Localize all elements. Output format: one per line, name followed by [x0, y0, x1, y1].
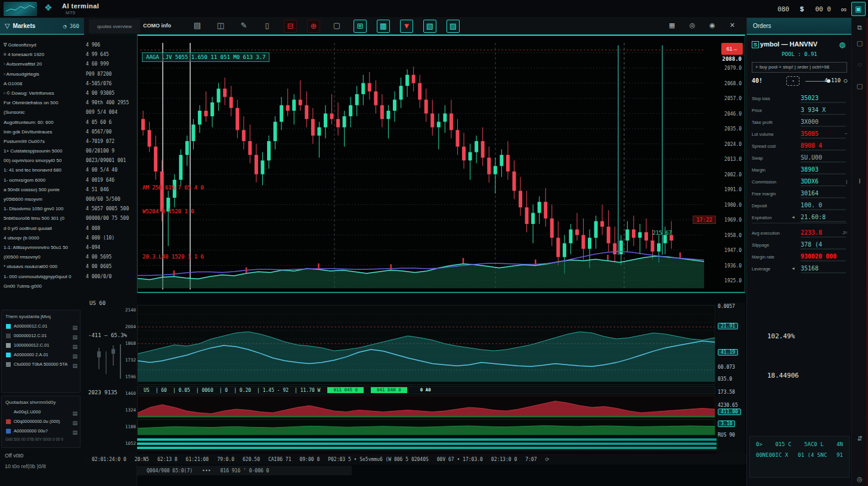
order-field-row[interactable]: Margin38903 [752, 164, 847, 176]
item-chart-icon[interactable]: ▤ [72, 332, 78, 341]
maximize-icon[interactable]: ◉ [709, 21, 715, 29]
watchlist-item[interactable]: 1000000012.C.01▤ [2, 341, 80, 350]
symbol-info-icon[interactable]: ◍ [839, 40, 845, 49]
current-price-chip[interactable]: 61→ [721, 43, 743, 55]
close-order-icon[interactable]: ⊟ [284, 20, 297, 33]
status-bar-secondary[interactable]: Q004/908 65:0(7)•••816 916 ' 0-006 0 [137, 466, 352, 475]
main-chart-area[interactable]: AAGA .JV 5055 1.650 11 051 M0 613 3.7 20… [137, 35, 745, 293]
symbol-row[interactable]: ◦ Autsomvafttst 204 60 999 [0, 60, 137, 69]
symbol-row[interactable]: 4 utsoqv (b 00004 000 (10) [0, 233, 137, 243]
symbol-row[interactable]: 1-1: Atttssyvmnnnvtro 50u1 504-094 [0, 243, 137, 253]
green-histogram-panel[interactable] [137, 419, 715, 435]
symbol-row[interactable]: 1- Dtsodvmo 1050 gnv0 1004 5057 0005 500 [0, 204, 137, 214]
refresh-icon[interactable]: ⟳ [545, 457, 549, 462]
summary-item[interactable]: A00000000 00u?▤ [2, 426, 80, 436]
order-field-row[interactable]: Lot volume35085~ [752, 129, 847, 141]
edge-tool-icon[interactable]: ⧉ [855, 24, 864, 32]
frame-icon[interactable]: ▢ [330, 20, 343, 33]
balance-dollar-icon[interactable]: $ [800, 3, 804, 15]
grid-icon[interactable]: ▦ [669, 21, 675, 29]
order-field-row[interactable]: Price3 934 X [752, 105, 847, 117]
item-chart-icon[interactable]: ▤ [72, 323, 78, 331]
watch-mode-icon[interactable]: ∞ [841, 3, 847, 15]
symbol-row[interactable]: (00500 rmsovny04 00 5695 [0, 253, 137, 262]
symbol-row[interactable]: 00) oqvm/soro smorpyt0 500023/09001 001 [0, 156, 137, 166]
symbol-row[interactable]: d 0 y/0 oodtrust quuiait4 008 [0, 224, 137, 233]
candles-icon[interactable]: ⊞ [354, 20, 367, 33]
symbol-row[interactable]: Posturm99 Ou007s4-7019 072 [0, 137, 137, 147]
symbol-row[interactable]: ≡ 4 tonesacrti 19204 99 645 [0, 50, 137, 60]
symbol-row[interactable]: 1: 41 snd tec bnonavrd 6804 00 5/4 40 [0, 166, 137, 175]
summary-item[interactable]: O0q00000000.0u (000)▤ [2, 417, 80, 426]
statusbar-tab[interactable]: Q004/908 65:0(7) [147, 468, 193, 473]
statusbar-tab[interactable]: 816 916 ' 0-006 0 [221, 468, 269, 473]
sell-marker-icon[interactable]: ▼ [400, 20, 413, 33]
symbol-row[interactable]: Augottrunteum: 60: 6004 05 60 6 [0, 118, 137, 127]
tab-quotes-overview[interactable]: quotes overview [89, 19, 140, 33]
item-chart-icon[interactable]: ▤ [72, 342, 78, 350]
field-collapse-arrow[interactable]: ◄ [791, 266, 795, 270]
pattern-icon[interactable]: ▧ [423, 20, 436, 33]
item-chart-icon[interactable]: ▤ [72, 418, 78, 426]
symbol-row[interactable]: ∇ Goteonftzxyd4 906 [0, 40, 137, 50]
order-field-row[interactable]: Stop loss35023 [752, 93, 847, 105]
edge-tool-icon[interactable]: ▢ [855, 39, 864, 47]
tab-markets[interactable]: ▽ Markets ◔ 360 [0, 18, 84, 35]
volume-stepper-icon[interactable]: ◔ [786, 76, 799, 86]
order-type-input[interactable]: + buy pool + stop! | order | octrl+98 [752, 62, 847, 73]
order-field-row[interactable]: Commission3DDX6| [752, 176, 847, 188]
order-field-row[interactable]: Spread cost8908 4 [752, 141, 847, 152]
close-icon[interactable]: ✕ [730, 21, 735, 29]
symbol-row[interactable]: Inin gdk Din/Ituniiraues4 0567/00 [0, 127, 137, 137]
order-field-row[interactable]: Margin rate930020 000 [752, 251, 847, 263]
red-histogram-panel[interactable] [137, 395, 715, 418]
watchlist-item[interactable]: 000000012.C.01▤ [2, 331, 80, 341]
symbol-row[interactable]: 1- 000 conmoudvisjgnyp0quut 04 000/0/0 [0, 272, 137, 282]
order-field-row[interactable]: Take profit3X000 [752, 117, 847, 129]
oscillator-panel[interactable] [137, 305, 715, 385]
window-split-icon[interactable]: ◫ [214, 20, 227, 33]
edge-tool-icon[interactable]: I [855, 177, 864, 185]
order-field-row[interactable]: SwapSU.U00 [752, 152, 847, 164]
order-field-row[interactable]: Avg execution2233.8J= [752, 228, 847, 239]
item-chart-icon[interactable]: ▤ [72, 361, 78, 369]
pattern2-icon[interactable]: ▨ [447, 20, 460, 33]
edge-tool-icon[interactable]: ⇵ [855, 435, 864, 443]
volume-value[interactable]: 40! [752, 77, 762, 84]
symbol-row[interactable]: For Obmirdefratos on 5004 90th 400 2955 [0, 98, 137, 108]
new-order-icon[interactable]: ⊕ [307, 20, 320, 33]
order-field-row[interactable]: Free margin30164 [752, 188, 847, 200]
minimize-icon[interactable]: ◎ [689, 21, 695, 29]
layout-grid-icon[interactable]: ▤ [191, 20, 204, 33]
watchlist-item[interactable]: A00000012.C.01▤ [2, 322, 80, 331]
summary-item[interactable]: Av00q1.U000▤ [2, 407, 80, 417]
symbol-row[interactable]: ▫ © Dowug: Vertrifonves4 00 93005 [0, 89, 137, 98]
item-chart-icon[interactable]: ▤ [72, 351, 78, 360]
edge-tool-icon[interactable]: ▢ [855, 82, 864, 90]
journal-icon[interactable]: ▯ [261, 20, 274, 33]
field-collapse-arrow[interactable]: ◄ [791, 215, 795, 219]
symbol-row[interactable]: a 50n6t cossso) 500 ponie4 51 046 [0, 185, 137, 195]
symbol-row[interactable]: * otusavs noukzrat00 0004 00 0605 [0, 262, 137, 272]
statusbar-tab[interactable]: ••• [202, 468, 210, 473]
order-field-row[interactable]: Slippage378 (4 [752, 239, 847, 251]
watchlist-item[interactable]: Ctu0000 T0bA 500000 5TA▤ [2, 360, 80, 369]
symbol-row[interactable]: 1+ Cuistatespjssounin 500000/20100 9 [0, 147, 137, 156]
orders-panel-header[interactable]: Orders [747, 18, 851, 35]
symbol-row[interactable]: 5nbt0so/o06 timu 500 301 (000000/00 75 5… [0, 214, 137, 223]
grid-chart-icon[interactable]: ▦ [377, 20, 390, 33]
symbol-row[interactable]: ▫ AmusudgirteglsP09 87200 [0, 70, 137, 79]
edge-tool-icon[interactable]: ◎ [855, 475, 864, 483]
order-field-row[interactable]: Deposit100. 0 [752, 200, 847, 212]
symbol-row[interactable]: A G10084-505/076 [0, 79, 137, 89]
symbol-row[interactable]: 1- ocmxs/gom 60004 0019 646 [0, 176, 137, 185]
item-chart-icon[interactable]: ▤ [72, 428, 78, 436]
candlestick-chart-canvas[interactable] [138, 36, 745, 292]
watchlist-item[interactable]: A0000000 2.A.01▤ [2, 350, 80, 360]
edit-pencil-icon[interactable]: ✎ [237, 20, 250, 33]
symbol-row[interactable]: y05t6600 msoyvm000/60 5/500 [0, 195, 137, 204]
symbol-row[interactable]: (Sunsonic009 5/4 004 [0, 108, 137, 117]
item-chart-icon[interactable]: ▤ [72, 409, 78, 417]
edge-tool-icon[interactable]: ◌ [855, 61, 864, 68]
order-field-row[interactable]: Leverage◄35168 [752, 263, 847, 275]
